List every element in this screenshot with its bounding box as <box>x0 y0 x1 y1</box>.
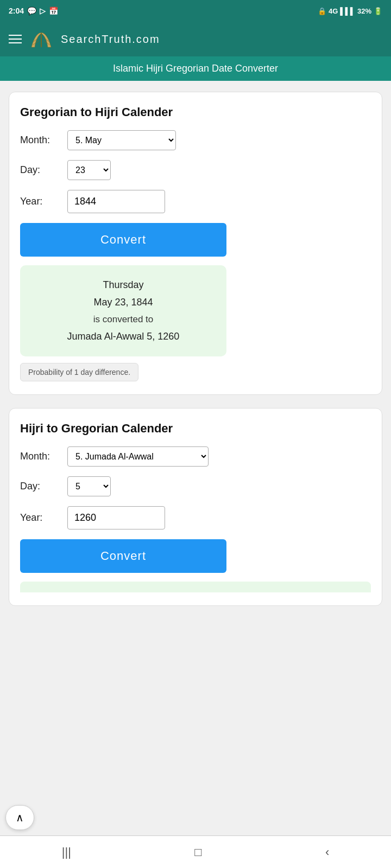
battery-icon: 🔋 <box>374 7 382 15</box>
gregorian-year-row: Year: <box>20 190 371 213</box>
scroll-up-button[interactable]: ∧ <box>5 805 34 830</box>
bottom-back-button[interactable]: ‹ <box>314 840 340 865</box>
gregorian-month-label: Month: <box>20 135 61 146</box>
site-logo <box>29 29 53 49</box>
status-right: 🔒 4G ▌▌▌ 32% 🔋 <box>318 7 382 15</box>
signal-text: 4G <box>329 7 338 15</box>
gregorian-card: Gregorian to Hijri Calender Month: 1. Ja… <box>9 92 382 395</box>
calendar-icon: 📅 <box>49 7 58 15</box>
hijri-day-label: Day: <box>20 481 61 492</box>
gregorian-card-title: Gregorian to Hijri Calender <box>20 105 371 119</box>
page-subtitle: Islamic Hijri Gregorian Date Converter <box>0 56 391 81</box>
bottom-nav: ||| □ ‹ <box>0 835 391 868</box>
hijri-card-title: Hijri to Gregorian Calender <box>20 422 371 436</box>
gregorian-year-input[interactable] <box>67 190 165 213</box>
time: 2:04 <box>9 7 24 15</box>
gregorian-result-box: Thursday May 23, 1844 is converted to Ju… <box>20 265 226 356</box>
hijri-month-row: Month: 1. Muharram 2. Safar 3. Rabi Al-A… <box>20 446 371 467</box>
hijri-day-select[interactable]: 1234 5678 9101112 13141516 17181920 2122… <box>67 476 111 496</box>
gregorian-year-label: Year: <box>20 196 61 207</box>
bottom-home-button[interactable]: □ <box>184 840 212 865</box>
gregorian-month-row: Month: 1. January 2. February 3. March 4… <box>20 130 371 150</box>
bottom-menu-button[interactable]: ||| <box>51 840 82 865</box>
status-bar: 2:04 💬 ▷ 📅 🔒 4G ▌▌▌ 32% 🔋 <box>0 0 391 22</box>
result-day-name: Thursday <box>33 276 213 293</box>
gregorian-convert-button[interactable]: Convert <box>20 223 226 257</box>
play-icon: ▷ <box>40 7 46 15</box>
hijri-year-label: Year: <box>20 512 61 524</box>
gregorian-month-select[interactable]: 1. January 2. February 3. March 4. April… <box>67 130 176 150</box>
hamburger-menu[interactable] <box>9 35 22 43</box>
lock-icon: 🔒 <box>318 7 326 15</box>
hijri-card: Hijri to Gregorian Calender Month: 1. Mu… <box>9 408 382 606</box>
message-icon: 💬 <box>27 7 36 15</box>
gregorian-day-label: Day: <box>20 164 61 176</box>
gregorian-day-row: Day: 1234 5678 9101112 13141516 17181920… <box>20 160 371 180</box>
battery-text: 32% <box>357 7 371 15</box>
result-hijri-date: Jumada Al-Awwal 5, 1260 <box>33 328 213 345</box>
status-left: 2:04 💬 ▷ 📅 <box>9 7 58 15</box>
result-date: May 23, 1844 <box>33 293 213 311</box>
site-title: SearchTruth.com <box>61 33 160 46</box>
hijri-convert-button[interactable]: Convert <box>20 539 226 573</box>
hijri-month-select[interactable]: 1. Muharram 2. Safar 3. Rabi Al-Awwal 4.… <box>67 446 209 467</box>
probability-note: Probability of 1 day difference. <box>20 363 138 381</box>
hijri-year-input[interactable] <box>67 506 165 529</box>
main-content: Gregorian to Hijri Calender Month: 1. Ja… <box>0 81 391 617</box>
result-converted-text: is converted to <box>33 311 213 328</box>
hijri-month-label: Month: <box>20 451 61 462</box>
hijri-year-row: Year: <box>20 506 371 529</box>
gregorian-day-select[interactable]: 1234 5678 9101112 13141516 17181920 2122… <box>67 160 111 180</box>
navbar: SearchTruth.com <box>0 22 391 56</box>
signal-bars-icon: ▌▌▌ <box>340 7 355 15</box>
hijri-day-row: Day: 1234 5678 9101112 13141516 17181920… <box>20 476 371 496</box>
